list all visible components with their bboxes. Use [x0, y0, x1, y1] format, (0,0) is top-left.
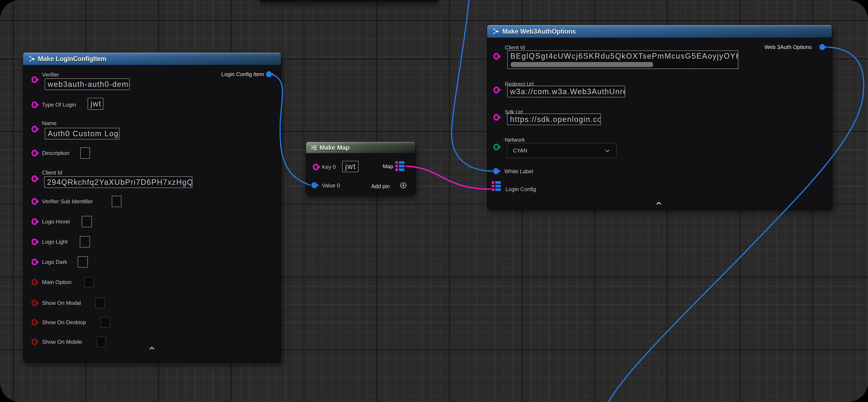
- pin-login-config[interactable]: [492, 181, 501, 191]
- make-map-icon: [310, 144, 317, 151]
- field-client-id[interactable]: 294QRkchfq2YaXUbPri7D6PH7xzHgQMT: [44, 176, 192, 188]
- pin-label-show-on-desktop: Show On Desktop: [42, 319, 86, 326]
- dropdown-network[interactable]: CYAN: [507, 143, 617, 158]
- pin-label-main-option: Main Option: [42, 279, 71, 286]
- pin-output-login-config-item[interactable]: [266, 70, 275, 78]
- pin-client-id[interactable]: [32, 174, 40, 183]
- pin-label-value-0: Value 0: [322, 182, 340, 189]
- pin-verifier[interactable]: [32, 75, 40, 84]
- pin-label-white-label: White Label: [504, 168, 533, 175]
- pin-logo-hover[interactable]: [32, 217, 40, 226]
- field-client-id-scrollbar[interactable]: [511, 62, 653, 67]
- pin-name[interactable]: [32, 125, 40, 134]
- pin-redirect-url[interactable]: [493, 86, 502, 94]
- wire-map-to-loginconfig[interactable]: [405, 166, 491, 189]
- pin-output-map[interactable]: [395, 161, 405, 171]
- collapse-chevron-icon[interactable]: [655, 201, 662, 205]
- node-header-make-loginconfigitem[interactable]: Make LoginConfigItem: [23, 53, 281, 65]
- pin-label-logo-hover: Logo Hover: [42, 219, 70, 225]
- checkbox-show-on-mobile[interactable]: [97, 337, 106, 347]
- pin-logo-light[interactable]: [32, 237, 40, 246]
- add-pin-icon[interactable]: [400, 182, 407, 189]
- pin-label-login-config: Login Config: [505, 186, 536, 193]
- pin-label-logo-dark: Logo Dark: [42, 259, 67, 265]
- pin-type-of-login[interactable]: [32, 100, 40, 109]
- pin-sdk-url[interactable]: [493, 113, 502, 122]
- pin-output-web3auth-options[interactable]: [819, 43, 828, 51]
- blueprint-graph-canvas[interactable]: Make LoginConfigItem Login Config Item V…: [0, 0, 868, 402]
- node-make-web3authoptions[interactable]: Make Web3AuthOptions Web 3Auth Options C…: [487, 25, 832, 209]
- pin-label-web3auth-options: Web 3Auth Options: [765, 44, 812, 51]
- field-name[interactable]: Auth0 Custom Login: [45, 128, 120, 139]
- wire-top-to-whitelabel[interactable]: [452, 0, 493, 171]
- pin-description[interactable]: [32, 149, 40, 157]
- pin-label-description: Description: [42, 150, 69, 156]
- pin-label-show-on-modal: Show On Modal: [42, 300, 81, 306]
- pin-label-map: Map: [382, 163, 393, 170]
- pin-label-logo-light: Logo Light: [42, 239, 67, 245]
- node-make-loginconfigitem[interactable]: Make LoginConfigItem Login Config Item V…: [23, 53, 281, 362]
- pin-show-on-desktop[interactable]: [32, 318, 40, 327]
- pin-label-network: Network: [505, 137, 525, 143]
- field-redirect-url[interactable]: w3a://com.w3a.Web3AuthUnreal: [507, 86, 625, 97]
- add-pin-label[interactable]: Add pin: [371, 183, 390, 190]
- pin-label-type-of-login: Type Of Login: [42, 102, 76, 108]
- collapse-chevron-icon[interactable]: [148, 346, 155, 350]
- pin-label-name: Name: [42, 120, 57, 126]
- node-title: Make Map: [319, 144, 349, 151]
- node-header-make-map[interactable]: Make Map: [306, 142, 415, 153]
- checkbox-main-option[interactable]: [85, 277, 94, 287]
- field-logo-dark[interactable]: [78, 256, 88, 268]
- pin-verifier-sub-identifier[interactable]: [32, 197, 40, 206]
- pin-label-verifier: Verifier: [42, 71, 59, 78]
- field-key-0[interactable]: jwt: [342, 161, 359, 172]
- field-verifier[interactable]: web3auth-auth0-demo: [45, 79, 130, 90]
- pin-key-0[interactable]: [313, 163, 321, 171]
- node-make-map[interactable]: Make Map Key 0 jwt Map Value 0 Add pin: [306, 142, 415, 195]
- offscreen-node-bottom[interactable]: [259, 0, 439, 2]
- pin-white-label[interactable]: [493, 167, 502, 175]
- field-logo-light[interactable]: [80, 236, 90, 248]
- field-description[interactable]: [80, 147, 90, 159]
- checkbox-show-on-modal[interactable]: [95, 298, 104, 308]
- pin-main-option[interactable]: [32, 278, 40, 287]
- dropdown-network-value: CYAN: [513, 148, 527, 154]
- make-struct-icon: [29, 55, 36, 62]
- node-header-make-web3authoptions[interactable]: Make Web3AuthOptions: [487, 25, 832, 38]
- pin-label-client-id: Client Id: [505, 45, 525, 51]
- pin-show-on-mobile[interactable]: [32, 338, 40, 346]
- field-sdk-url[interactable]: https://sdk.openlogin.com: [507, 114, 601, 125]
- pin-label-key-0: Key 0: [322, 164, 336, 170]
- field-type-of-login[interactable]: jwt: [88, 98, 103, 110]
- pin-show-on-modal[interactable]: [32, 298, 40, 307]
- field-logo-hover[interactable]: [82, 216, 92, 227]
- pin-label-client-id: Client Id: [42, 169, 62, 176]
- make-struct-icon: [493, 28, 500, 35]
- dropdown-chevron-icon: [604, 149, 610, 153]
- field-verifier-sub-identifier[interactable]: [112, 196, 121, 207]
- pin-logo-dark[interactable]: [32, 258, 40, 266]
- pin-label-show-on-mobile: Show On Mobile: [42, 339, 82, 345]
- pin-label-verifier-sub-identifier: Verifier Sub Identifier: [42, 198, 93, 205]
- pin-client-id[interactable]: [493, 52, 502, 61]
- pin-network[interactable]: [493, 143, 502, 151]
- node-title: Make LoginConfigItem: [38, 55, 106, 63]
- checkbox-show-on-desktop[interactable]: [101, 317, 110, 327]
- node-title: Make Web3AuthOptions: [502, 28, 576, 35]
- pin-value-0[interactable]: [311, 181, 320, 189]
- pin-label-login-config-item: Login Config Item: [221, 71, 264, 78]
